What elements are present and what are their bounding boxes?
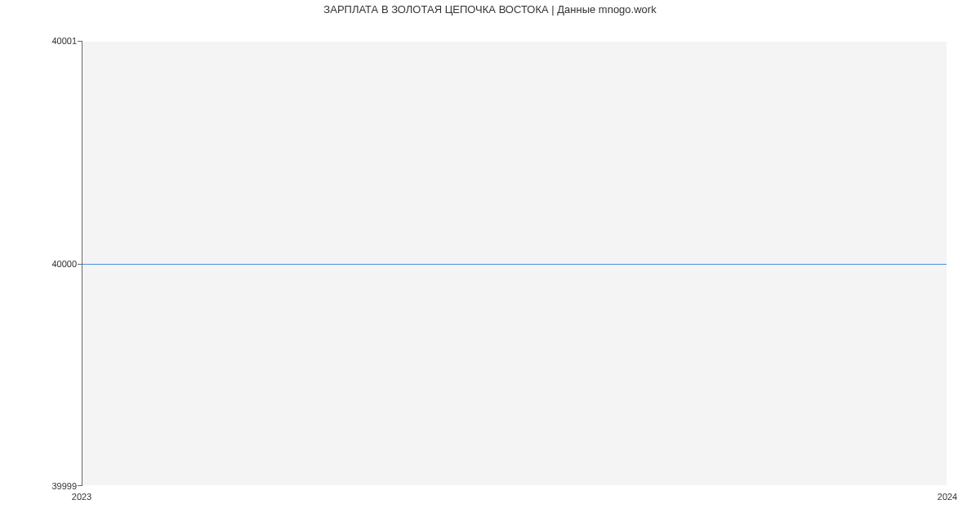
ylabel-bottom: 39999 (51, 481, 77, 491)
chart-title: ЗАРПЛАТА В ЗОЛОТАЯ ЦЕПОЧКА ВОСТОКА | Дан… (0, 3, 980, 16)
ylabel-top: 40001 (51, 36, 77, 46)
ytick-bottom (78, 485, 82, 486)
ylabel-mid: 40000 (51, 259, 77, 269)
plot-area (82, 41, 947, 486)
xlabel-right: 2024 (938, 492, 957, 502)
ytick-top (78, 41, 82, 42)
ytick-mid (78, 264, 82, 265)
y-axis (82, 41, 82, 486)
xlabel-left: 2023 (72, 492, 91, 502)
chart-container: ЗАРПЛАТА В ЗОЛОТАЯ ЦЕПОЧКА ВОСТОКА | Дан… (0, 0, 980, 531)
data-line (82, 264, 947, 265)
